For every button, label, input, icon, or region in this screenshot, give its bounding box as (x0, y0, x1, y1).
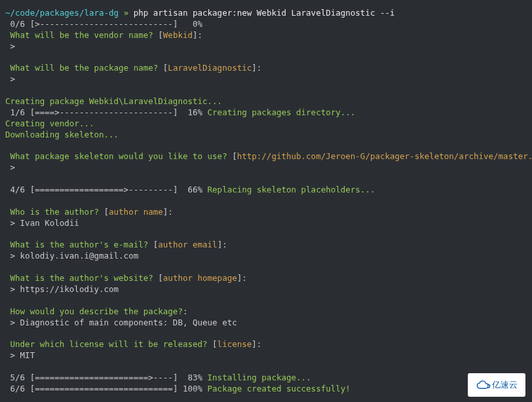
answer-skeleton: > (5, 162, 15, 172)
status-creating-vendor: Creating vendor... (5, 119, 94, 128)
progress-1-bar: 1/6 [====>-----------------------] 16% (5, 107, 208, 117)
lb: [ (158, 273, 163, 283)
q-license: Under which license will it be released? (5, 339, 212, 349)
rb: ]: (252, 63, 261, 73)
progress-6-bar: 6/6 [============================] 100% (5, 384, 208, 393)
q-skeleton: What package skeleton would you like to … (5, 151, 232, 161)
progress-0: 0/6 [>---------------------------] 0% (5, 19, 202, 29)
q-describe: How would you describe the package? (5, 306, 183, 316)
rb: ]: (193, 30, 202, 40)
q-license-default: license (218, 339, 252, 349)
q-website-default: author homepage (163, 273, 237, 283)
rb: ]: (163, 207, 173, 217)
lb: [ (212, 339, 218, 349)
progress-1-msg: Creating packages directory... (208, 107, 356, 117)
progress-4-msg: Replacing skeleton placeholders... (208, 185, 375, 194)
command-text: php artisan packager:new Webkid LaravelD… (134, 8, 395, 18)
progress-5-bar: 5/6 [=======================>----] 83% (5, 373, 208, 382)
lb: [ (232, 151, 237, 161)
q-email-default: author email (158, 240, 217, 249)
terminal-output[interactable]: ~/code/packages/lara-dg » php artisan pa… (0, 0, 532, 400)
answer-vendor: > (5, 41, 15, 51)
lb: [ (104, 207, 109, 217)
q-package-default: LaravelDiagnostic (168, 63, 252, 73)
q-author-default: author name (109, 207, 163, 217)
answer-email: > kolodiy.ivan.i@gmail.com (5, 251, 138, 261)
q-vendor: What will be the vendor name? (5, 30, 158, 40)
watermark-text: 亿速云 (492, 379, 518, 391)
status-creating-package: Creating package Webkid\LaravelDiagnosti… (5, 96, 222, 106)
answer-package: > (5, 74, 15, 84)
progress-6-msg: Package created successfully! (208, 384, 351, 393)
answer-license: > MIT (5, 350, 35, 360)
rb: ]: (237, 273, 247, 283)
q-skeleton-default: http://github.com/Jeroen-G/packager-skel… (237, 151, 532, 161)
answer-describe: > Diagnostic of main components: DB, Que… (5, 318, 237, 327)
watermark-logo: 亿速云 (468, 373, 525, 397)
colon: : (183, 306, 188, 316)
progress-4-bar: 4/6 [==================>---------] 66% (5, 185, 208, 194)
status-downloading: Downloading skeleton... (5, 130, 119, 139)
q-package: What will be the package name? (5, 63, 163, 73)
prompt-path: ~/code/packages/lara-dg (5, 8, 119, 18)
q-email: What is the author's e-mail? (5, 240, 153, 249)
rb: ]: (218, 240, 227, 249)
lb: [ (158, 30, 163, 40)
answer-author: > Ivan Kolodii (5, 218, 79, 228)
prompt-sep: » (119, 8, 134, 18)
q-website: What is the author's website? (5, 273, 158, 283)
cloud-icon (476, 380, 491, 390)
answer-website: > https://ikolodiy.com (5, 284, 119, 294)
rb: ]: (252, 339, 261, 349)
q-vendor-default: Webkid (163, 30, 193, 40)
q-author: Who is the author? (5, 207, 104, 217)
progress-5-msg: Installing package... (208, 373, 311, 382)
